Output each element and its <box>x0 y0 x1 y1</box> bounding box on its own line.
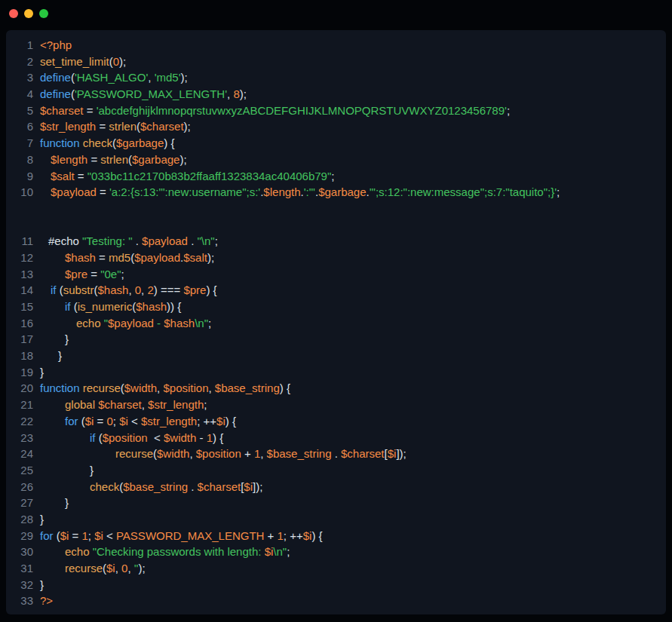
code-token: $garbage <box>132 153 180 166</box>
code-line: 4define('PASSWORD_MAX_LENGTH', 8); <box>6 86 666 103</box>
code-token: ; <box>287 545 290 558</box>
code-token: $payload <box>142 234 188 247</box>
code-token: + <box>264 529 277 542</box>
code-token: ; <box>88 529 94 542</box>
code-token: $base_string <box>267 447 332 460</box>
code-token: function <box>40 136 83 149</box>
code-text: echo "Checking passwords with length: $i… <box>40 544 290 560</box>
line-number: 15 <box>6 299 33 315</box>
line-number: 22 <box>6 413 33 430</box>
code-token: $base_string <box>215 381 280 394</box>
code-line: 14if (substr($hash, 0, 2) === $pre) { <box>6 282 666 299</box>
code-token: } <box>58 349 62 362</box>
code-token: "Checking passwords with length: <box>93 545 265 558</box>
code-line: 22for ($i = 0; $i < $str_length; ++$i) { <box>6 413 666 430</box>
line-number: 17 <box>6 331 33 348</box>
line-number: 14 <box>6 282 33 299</box>
code-token: $i <box>244 480 253 493</box>
code-text: global $charset, $str_length; <box>40 397 207 413</box>
code-text: $salt = "033bc11c2170b83b2ffaaff1323834a… <box>40 168 334 185</box>
code-token: < <box>128 415 141 427</box>
code-token: is_numeric <box>78 300 133 313</box>
code-token: 1 <box>207 431 213 444</box>
close-button[interactable] <box>9 9 18 18</box>
code-token: $position <box>196 447 241 460</box>
code-text: $charset = 'abcdefghijklmnopqrstuvwxyzAB… <box>40 103 510 119</box>
code-token: check <box>83 136 112 149</box>
code-token: $position <box>163 381 208 394</box>
code-token: substr <box>63 283 94 296</box>
code-token: $position <box>103 431 148 444</box>
code-token: - <box>154 317 164 329</box>
code-token: echo <box>76 317 104 329</box>
code-token: ) { <box>280 381 290 394</box>
code-token: $i <box>94 529 103 542</box>
code-token: $str_length <box>148 398 204 411</box>
code-text: } <box>40 462 94 479</box>
code-line: 6$str_length = strlen($charset); <box>6 118 666 135</box>
line-number: 10 <box>6 184 33 201</box>
code-token: $width <box>157 447 189 460</box>
code-token: = <box>87 268 100 280</box>
code-editor[interactable]: 1<?php2set_time_limit(0);3define('HASH_A… <box>6 30 666 614</box>
line-number: 19 <box>6 364 33 381</box>
code-token: $length <box>51 153 87 166</box>
code-token: ); <box>184 120 191 133</box>
code-token: define <box>40 87 71 100</box>
code-token: ; <box>121 268 124 280</box>
code-text: ?> <box>40 593 53 609</box>
code-token: echo <box>65 545 93 558</box>
code-token: )) { <box>167 300 181 313</box>
line-number: 1 <box>6 37 33 54</box>
code-token: recurse <box>83 381 121 394</box>
code-token: $str_length <box>40 120 96 133</box>
line-number: 6 <box>6 118 33 135</box>
code-line: 31recurse($i, 0, ''); <box>6 560 666 577</box>
code-token: 0 <box>106 415 112 427</box>
code-token: $garbage <box>116 136 164 149</box>
code-token: PASSWORD_MAX_LENGTH <box>116 529 264 542</box>
code-line: 11#echo "Testing: " . $payload . "\n"; <box>6 233 666 250</box>
code-token: ; ++ <box>197 415 216 427</box>
maximize-button[interactable] <box>39 9 48 18</box>
code-line: 20function recurse($width, $position, $b… <box>6 380 666 397</box>
code-token: $base_string <box>123 480 188 493</box>
code-line: 24recurse($width, $position + 1, $base_s… <box>6 446 666 462</box>
code-token: $i <box>119 415 128 427</box>
line-number: 31 <box>6 560 33 577</box>
code-token: $i <box>265 545 274 558</box>
code-token: , <box>260 447 266 460</box>
code-text: echo "$payload - $hash\n"; <box>40 315 211 332</box>
code-token: ); <box>180 153 186 166</box>
line-number: 7 <box>6 135 33 152</box>
code-token: $i <box>388 447 397 460</box>
code-token: $width <box>124 381 157 394</box>
code-token: 'HASH_ALGO' <box>75 71 148 84</box>
code-token: ?> <box>40 594 53 607</box>
code-text: if ($position < $width - 1) { <box>40 430 223 446</box>
code-token: $i <box>60 529 69 542</box>
code-token: if <box>90 431 99 444</box>
code-token: md5 <box>109 251 130 264</box>
code-token: ) { <box>311 529 322 542</box>
code-line: 12$hash = md5($payload.$salt); <box>6 250 666 266</box>
code-token: = <box>87 153 100 166</box>
code-token: < <box>103 529 116 542</box>
code-text: $pre = "0e"; <box>40 266 124 283</box>
code-token: , <box>148 71 154 84</box>
code-token: $length <box>263 185 300 198</box>
code-line: 9$salt = "033bc11c2170b83b2ffaaff1323834… <box>6 168 666 185</box>
code-text: for ($i = 0; $i < $str_length; ++$i) { <box>40 413 236 430</box>
line-number: 4 <box>6 86 33 103</box>
code-token: 'abcdefghijklmnopqrstuvwxyzABCDEFGHIJKLM… <box>97 104 507 117</box>
code-token: if <box>51 283 60 296</box>
code-line: 30echo "Checking passwords with length: … <box>6 544 666 560</box>
minimize-button[interactable] <box>24 9 33 18</box>
code-text: } <box>40 511 44 528</box>
code-token: $salt <box>51 170 75 182</box>
line-number: 8 <box>6 152 33 168</box>
code-text: } <box>40 348 62 364</box>
code-line: 15if (is_numeric($hash)) { <box>6 299 666 315</box>
line-number: 9 <box>6 168 33 185</box>
code-line: 18} <box>6 348 666 364</box>
